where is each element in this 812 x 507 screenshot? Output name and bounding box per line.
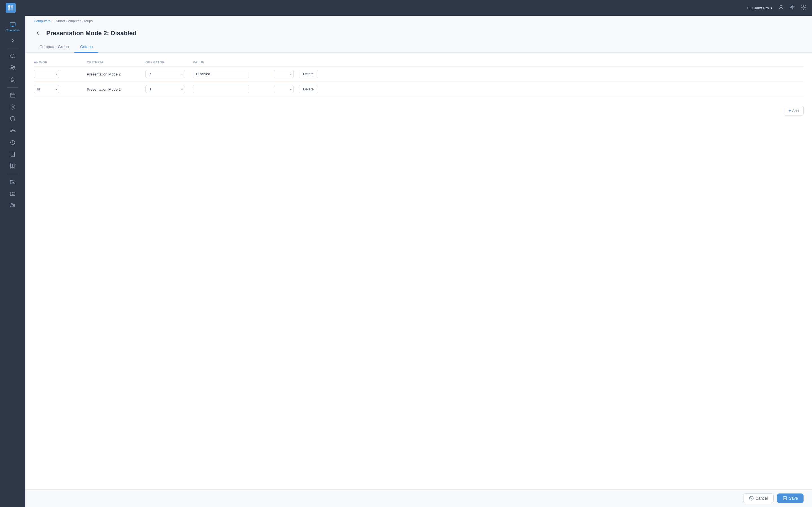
- cancel-icon: [749, 496, 754, 501]
- andor-cell-1: and or ▾: [34, 70, 85, 78]
- svg-rect-13: [10, 131, 12, 132]
- extra-select-wrapper-1: ▾: [274, 70, 294, 78]
- main-layout: Computers: [0, 16, 812, 507]
- andor-select-wrapper-1: and or ▾: [34, 70, 59, 78]
- app-logo: [6, 3, 16, 13]
- extra-select-2[interactable]: [274, 85, 294, 93]
- topbar: Full Jamf Pro ▾: [0, 0, 812, 16]
- svg-point-12: [12, 106, 13, 108]
- sidebar-divider-2: [7, 87, 18, 88]
- operator-select-1[interactable]: is is not like not like: [146, 70, 185, 78]
- operator-cell-2: is is not like not like ▾: [146, 85, 191, 93]
- breadcrumb: Computers : Smart Computer Groups: [26, 16, 812, 26]
- operator-cell-1: is is not like not like ▾: [146, 70, 191, 78]
- col-extra: [274, 61, 297, 64]
- svg-point-19: [13, 204, 15, 206]
- sidebar-item-content[interactable]: [0, 149, 26, 160]
- svg-rect-0: [8, 5, 10, 8]
- breadcrumb-smart-groups: Smart Computer Groups: [56, 19, 93, 23]
- cancel-button[interactable]: Cancel: [743, 494, 774, 503]
- actions-cell-1: Delete: [299, 70, 327, 78]
- add-button[interactable]: + Add: [784, 106, 804, 115]
- sidebar-item-inventory[interactable]: [0, 89, 26, 101]
- svg-point-10: [11, 78, 14, 81]
- page-title: Presentation Mode 2: Disabled: [46, 30, 137, 37]
- criteria-text-1: Presentation Mode 2: [87, 72, 121, 76]
- svg-rect-6: [10, 22, 15, 26]
- col-criteria: CRITERIA: [87, 61, 143, 64]
- svg-rect-17: [11, 152, 15, 157]
- andor-cell-2: and or ▾: [34, 85, 85, 93]
- svg-point-8: [11, 66, 13, 68]
- andor-select-wrapper-2: and or ▾: [34, 85, 59, 93]
- sidebar-item-users[interactable]: [0, 62, 26, 74]
- breadcrumb-computers[interactable]: Computers: [34, 19, 50, 23]
- col-value: VALUE: [193, 61, 272, 64]
- andor-select-2[interactable]: and or: [34, 85, 59, 93]
- sidebar-item-computers[interactable]: Computers: [0, 18, 26, 35]
- table-header: AND/OR CRITERIA OPERATOR VALUE: [34, 58, 804, 66]
- sidebar-item-search[interactable]: [0, 50, 26, 62]
- extra-cell-2: ▾: [274, 85, 297, 93]
- tab-criteria[interactable]: Criteria: [74, 42, 98, 53]
- extra-select-1[interactable]: [274, 70, 294, 78]
- sidebar-item-award[interactable]: [0, 74, 26, 86]
- sidebar: Computers: [0, 16, 26, 507]
- svg-point-9: [13, 66, 15, 68]
- lightning-icon[interactable]: [790, 4, 795, 11]
- sidebar-item-security[interactable]: [0, 113, 26, 125]
- criteria-text-2: Presentation Mode 2: [87, 87, 121, 92]
- content-area: Computers : Smart Computer Groups Presen…: [26, 16, 812, 507]
- sidebar-item-folder-sync[interactable]: [0, 176, 26, 187]
- sidebar-item-apps[interactable]: [0, 136, 26, 149]
- col-operator: OPERATOR: [146, 61, 191, 64]
- operator-select-2[interactable]: is is not like not like: [146, 85, 185, 93]
- criteria-table-container: AND/OR CRITERIA OPERATOR VALUE and: [26, 53, 812, 489]
- env-selector[interactable]: Full Jamf Pro ▾: [747, 6, 772, 10]
- actions-cell-2: Delete: [299, 85, 327, 93]
- criteria-cell-2: Presentation Mode 2: [87, 87, 143, 92]
- svg-point-4: [780, 5, 782, 8]
- value-input-1[interactable]: [193, 70, 249, 78]
- value-cell-1: [193, 70, 272, 78]
- add-icon: +: [789, 108, 791, 113]
- col-actions: [299, 61, 327, 64]
- table-row: and or ▾ Presentation Mode 2 is: [34, 82, 804, 97]
- sidebar-item-folder-arrow[interactable]: [0, 187, 26, 200]
- tab-computer-group[interactable]: Computer Group: [34, 42, 74, 53]
- svg-rect-11: [10, 93, 15, 98]
- sidebar-item-book[interactable]: [0, 160, 26, 172]
- user-icon[interactable]: [778, 4, 784, 11]
- page-header: Presentation Mode 2: Disabled: [26, 26, 812, 42]
- operator-select-wrapper-1: is is not like not like ▾: [146, 70, 185, 78]
- andor-select-1[interactable]: and or: [34, 70, 59, 78]
- delete-button-2[interactable]: Delete: [299, 85, 318, 93]
- sidebar-item-network[interactable]: [0, 125, 26, 136]
- svg-rect-15: [14, 131, 15, 132]
- svg-rect-1: [11, 5, 13, 8]
- operator-select-wrapper-2: is is not like not like ▾: [146, 85, 185, 93]
- save-button[interactable]: Save: [777, 494, 804, 503]
- svg-point-18: [11, 204, 13, 205]
- criteria-table: AND/OR CRITERIA OPERATOR VALUE and: [34, 58, 804, 97]
- delete-button-1[interactable]: Delete: [299, 70, 318, 78]
- sidebar-item-config[interactable]: [0, 101, 26, 113]
- svg-rect-3: [11, 8, 13, 10]
- svg-point-7: [11, 54, 14, 58]
- extra-cell-1: ▾: [274, 70, 297, 78]
- save-icon: [783, 496, 787, 501]
- settings-icon[interactable]: [801, 4, 806, 11]
- back-button[interactable]: [34, 29, 42, 37]
- breadcrumb-sep: :: [53, 19, 54, 23]
- extra-select-wrapper-2: ▾: [274, 85, 294, 93]
- sidebar-expand[interactable]: [0, 35, 26, 47]
- col-andor: AND/OR: [34, 61, 85, 64]
- svg-rect-2: [8, 8, 10, 10]
- table-row: and or ▾ Presentation Mode 2 is: [34, 66, 804, 82]
- svg-point-5: [803, 6, 804, 8]
- topbar-right: Full Jamf Pro ▾: [747, 4, 806, 11]
- value-cell-2: [193, 85, 272, 93]
- sidebar-item-group[interactable]: [0, 200, 26, 211]
- value-input-2[interactable]: [193, 85, 249, 93]
- criteria-cell-1: Presentation Mode 2: [87, 71, 143, 76]
